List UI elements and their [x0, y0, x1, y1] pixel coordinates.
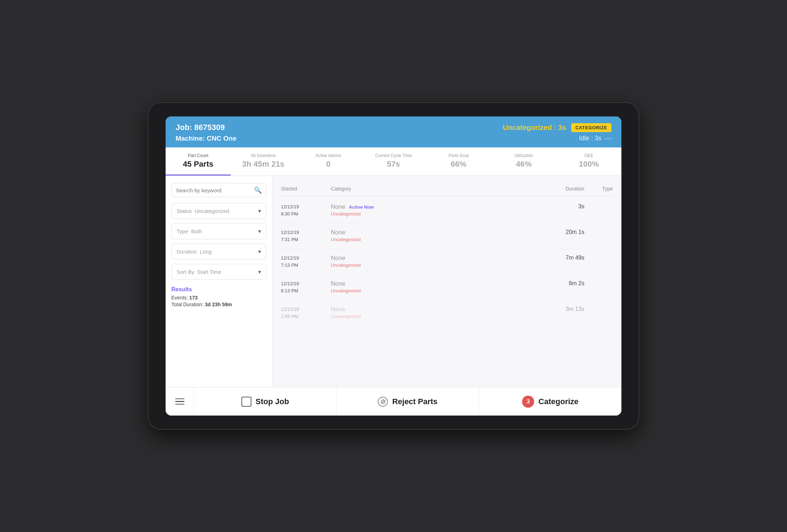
metric-value-cycle: 57s: [365, 160, 423, 169]
device-frame: Job: 8675309 Uncategorized : 3s CATEGORI…: [148, 102, 639, 430]
tab-part-count[interactable]: Part Count 45 Parts: [166, 147, 231, 176]
search-input[interactable]: [176, 187, 254, 193]
table-row[interactable]: 12/12/19 6:13 PM None Uncategorized 6m 2…: [281, 275, 613, 300]
type-filter-label: Type Both: [177, 228, 204, 234]
tab-oee[interactable]: OEE 100%: [556, 147, 621, 176]
tab-cycle-time[interactable]: Current Cycle Time 57s: [361, 147, 426, 176]
alarm-category-1: None Uncategorized: [331, 229, 542, 242]
metric-label-oee: OEE: [560, 153, 618, 158]
menu-button[interactable]: [166, 387, 194, 416]
alarm-category-4: None Uncategorized: [331, 306, 542, 319]
th-started: Started: [281, 186, 331, 192]
search-icon: 🔍: [254, 186, 262, 194]
sort-filter-label: Sort By Start Time: [177, 269, 223, 275]
header: Job: 8675309 Uncategorized : 3s CATEGORI…: [166, 116, 621, 147]
table-header: Started Category Duration Type: [281, 183, 613, 196]
alarm-duration-0: 3s: [542, 203, 584, 210]
hamburger-line: [175, 404, 184, 405]
tab-utilization[interactable]: Utilization 46%: [491, 147, 556, 176]
results-events: Events: 173: [171, 295, 266, 301]
status-filter[interactable]: Status Uncategorized ▾: [171, 203, 266, 219]
stop-job-button[interactable]: Stop Job: [194, 387, 337, 416]
alarm-category-2: None Uncategorized: [331, 255, 542, 268]
sidebar: 🔍 Status Uncategorized ▾ Type Both ▾: [166, 176, 272, 387]
metric-value-util: 46%: [495, 160, 553, 169]
metric-label-part-count: Part Count: [169, 153, 227, 158]
alarm-date-0: 12/12/19 8:30 PM: [281, 203, 331, 217]
sort-filter[interactable]: Sort By Start Time ▾: [171, 264, 266, 280]
tab-active-alarms[interactable]: Active Alarms 0: [296, 147, 361, 176]
chevron-down-icon: ▾: [258, 208, 261, 214]
alarm-category-3: None Uncategorized: [331, 280, 542, 293]
alarm-date-2: 12/12/19 7:13 PM: [281, 255, 331, 268]
hamburger-icon: [175, 398, 184, 405]
tab-all-downtime[interactable]: All Downtime 3h 45m 21s: [231, 147, 296, 176]
search-box[interactable]: 🔍: [171, 183, 266, 197]
uncategorized-status: Uncategorized : 3s: [503, 124, 566, 132]
categorize-button-bottom[interactable]: 3 Categorize: [479, 387, 621, 416]
app-container: Job: 8675309 Uncategorized : 3s CATEGORI…: [166, 116, 621, 416]
alarm-duration-3: 6m 2s: [542, 280, 584, 287]
metrics-bar: Part Count 45 Parts All Downtime 3h 45m …: [166, 147, 621, 176]
table-row[interactable]: 12/12/19 7:13 PM None Uncategorized 7m 4…: [281, 249, 613, 275]
metric-value-downtime: 3h 45m 21s: [234, 160, 292, 169]
alarm-date-4: 12/12/19 2:59 PM: [281, 306, 331, 320]
type-filter[interactable]: Type Both ▾: [171, 223, 266, 239]
chevron-down-icon-type: ▾: [258, 228, 261, 235]
stop-icon: [241, 397, 251, 407]
th-type: Type: [584, 186, 613, 192]
table-row[interactable]: 12/12/19 8:30 PM None Active Now Uncateg…: [281, 198, 613, 223]
alarm-date-1: 12/12/19 7:31 PM: [281, 229, 331, 243]
metric-label-downtime: All Downtime: [234, 153, 292, 158]
metric-label-goal: Parts Goal: [429, 153, 488, 158]
table-row[interactable]: 12/12/19 7:31 PM None Uncategorized 20m …: [281, 223, 613, 249]
th-category: Category: [331, 186, 542, 192]
metric-label-alarms: Active Alarms: [299, 153, 358, 158]
table-area: Started Category Duration Type 12/12/19 …: [272, 176, 621, 387]
categorize-button[interactable]: CATEGORIZE: [571, 123, 611, 132]
tab-parts-goal[interactable]: Parts Goal 66%: [426, 147, 491, 176]
alarm-duration-2: 7m 49s: [542, 255, 584, 261]
alarm-duration-4: 3m 13s: [542, 306, 584, 312]
metric-value-oee: 100%: [560, 160, 618, 169]
alarm-duration-1: 20m 1s: [542, 229, 584, 235]
categorize-label: Categorize: [538, 397, 578, 406]
th-duration: Duration: [542, 186, 584, 192]
reject-icon: ⊘: [378, 397, 388, 407]
stop-job-label: Stop Job: [256, 397, 289, 406]
duration-filter[interactable]: Duration Long ▾: [171, 244, 266, 260]
metric-value-alarms: 0: [299, 160, 358, 169]
results-section: Results Events: 173 Total Duration: 3d 2…: [171, 286, 266, 307]
status-filter-label: Status Uncategorized: [177, 208, 230, 214]
main-content: 🔍 Status Uncategorized ▾ Type Both ▾: [166, 176, 621, 387]
idle-status: Idle : 3s —: [579, 134, 611, 142]
alarm-date-3: 12/12/19 6:13 PM: [281, 280, 331, 294]
alarm-category-0: None Active Now Uncategorized: [331, 203, 542, 217]
results-title: Results: [171, 286, 266, 293]
metric-label-util: Utilization: [495, 153, 553, 158]
header-right: Uncategorized : 3s CATEGORIZE: [503, 123, 611, 132]
job-title: Job: 8675309: [176, 123, 225, 132]
metric-value-goal: 66%: [429, 160, 488, 169]
results-duration: Total Duration: 3d 23h 59m: [171, 302, 266, 307]
chevron-down-icon-duration: ▾: [258, 248, 261, 255]
metric-label-cycle: Current Cycle Time: [365, 153, 423, 158]
chevron-down-icon-sort: ▾: [258, 268, 261, 275]
reject-parts-label: Reject Parts: [392, 397, 437, 406]
idle-dash: —: [604, 134, 611, 142]
bottom-bar: Stop Job ⊘ Reject Parts 3 Categorize: [166, 387, 621, 416]
hamburger-line: [175, 398, 184, 400]
reject-parts-button[interactable]: ⊘ Reject Parts: [337, 387, 479, 416]
duration-filter-label: Duration Long: [177, 249, 213, 255]
machine-label: Machine: CNC One: [176, 135, 236, 142]
hamburger-line: [175, 401, 184, 402]
categorize-count-badge: 3: [522, 396, 534, 408]
metric-value-part-count: 45 Parts: [169, 160, 227, 169]
table-row[interactable]: 12/12/19 2:59 PM None Uncategorized 3m 1…: [281, 300, 613, 326]
